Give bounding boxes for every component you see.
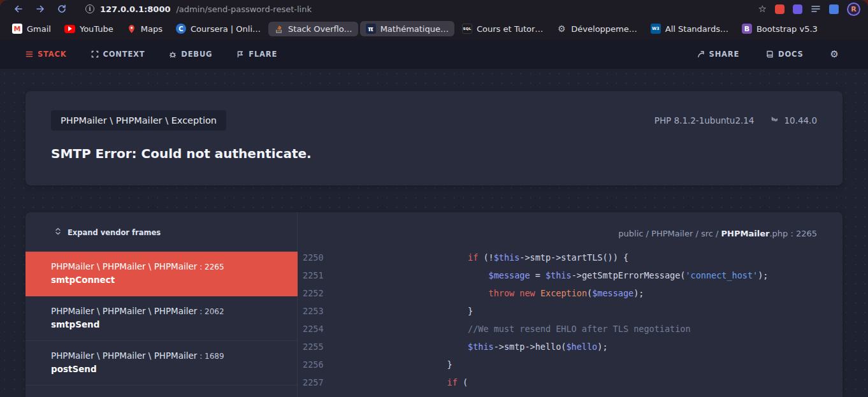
version-meta: PHP 8.1.2-1ubuntu2.14 10.44.0 xyxy=(655,115,817,126)
docs-book-icon xyxy=(766,50,774,58)
frame-location: PHPMailer \ PHPMailer \ PHPMailer : 2062 xyxy=(51,306,271,316)
flare-icon xyxy=(236,50,244,58)
split-screen-icon[interactable] xyxy=(829,4,839,14)
url-host: 127.0.0.1:8000 xyxy=(100,4,170,14)
url-path: /admin/send-password-reset-link xyxy=(176,4,311,14)
error-card: PHPMailer \ PHPMailer \ Exception PHP 8.… xyxy=(25,91,843,185)
code-line: 2252 throw new Exception($message); xyxy=(298,284,843,302)
mathematics-icon: π xyxy=(366,24,376,34)
file-breadcrumb[interactable]: public / PHPMailer / src / PHPMailer.php… xyxy=(298,212,843,249)
youtube-icon xyxy=(64,25,75,33)
line-number: 2252 xyxy=(298,284,324,302)
expand-collapse-icon xyxy=(55,227,61,237)
developer-gear-icon: ⚙ xyxy=(556,24,567,34)
bookmark-math[interactable]: πMathématique… xyxy=(360,21,454,36)
url-bar[interactable]: i 127.0.0.1:8000/admin/send-password-res… xyxy=(79,1,749,17)
refresh-button[interactable] xyxy=(57,4,67,14)
file-name: PHPMailer xyxy=(721,229,770,238)
extension-purple-icon[interactable] xyxy=(793,4,802,14)
line-number: 2256 xyxy=(298,356,324,373)
line-number: 2254 xyxy=(298,320,324,338)
settings-gear-icon[interactable]: ⚙ xyxy=(830,50,839,59)
debug-icon xyxy=(169,50,177,58)
browser-toolbar: i 127.0.0.1:8000/admin/send-password-res… xyxy=(0,0,868,18)
code-line: 2251 $message = $this->getSmtpErrorMessa… xyxy=(298,266,843,284)
bookmark-label: YouTube xyxy=(80,24,113,34)
coursera-icon: C xyxy=(176,24,186,34)
page-content: PHPMailer \ PHPMailer \ Exception PHP 8.… xyxy=(0,69,868,397)
tab-stack[interactable]: STACK xyxy=(25,50,67,59)
stack-icon xyxy=(25,50,33,58)
ignition-nav-right: SHARE DOCS ⚙ xyxy=(697,50,839,59)
bookmark-label: All Standards… xyxy=(665,24,728,34)
frame-location: PHPMailer \ PHPMailer \ PHPMailer : 2265 xyxy=(51,261,272,271)
docs-button[interactable]: DOCS xyxy=(766,50,803,59)
php-version: PHP 8.1.2-1ubuntu2.14 xyxy=(655,115,755,126)
code-line: 2255 $this->smtp->hello($hello); xyxy=(298,338,843,356)
bookmark-label: Mathématique… xyxy=(380,24,449,34)
line-number: 2250 xyxy=(298,249,324,266)
line-number: 2257 xyxy=(298,373,324,391)
bookmark-coursera[interactable]: CCoursera | Onli… xyxy=(170,21,266,36)
share-button[interactable]: SHARE xyxy=(697,50,740,59)
bookmark-label: Développeme… xyxy=(571,24,637,34)
bookmark-star-icon[interactable]: ☆ xyxy=(758,4,767,14)
line-number: 2255 xyxy=(298,338,324,356)
sql-icon: SQL xyxy=(462,24,472,34)
error-card-header: PHPMailer \ PHPMailer \ Exception PHP 8.… xyxy=(51,110,817,131)
expand-vendor-frames-button[interactable]: Expand vendor frames xyxy=(25,212,297,252)
tab-label: DEBUG xyxy=(181,50,212,59)
stack-trace-card: Expand vendor frames PHPMailer \ PHPMail… xyxy=(25,212,843,397)
expand-vendor-frames-label: Expand vendor frames xyxy=(68,228,161,237)
stack-frame-smtpSend[interactable]: PHPMailer \ PHPMailer \ PHPMailer : 2062… xyxy=(25,296,297,341)
stack-frame-postSend[interactable]: PHPMailer \ PHPMailer \ PHPMailer : 1689… xyxy=(25,341,297,386)
bookmark-maps[interactable]: Maps xyxy=(121,22,168,36)
bookmark-label: Maps xyxy=(141,24,163,34)
toolbar-right-icons: ☆ R xyxy=(758,3,860,16)
tab-debug[interactable]: DEBUG xyxy=(169,50,212,59)
tab-flare[interactable]: FLARE xyxy=(236,50,277,59)
maps-pin-icon xyxy=(127,24,136,34)
share-icon xyxy=(697,50,705,58)
stack-frame-smtpConnect[interactable]: PHPMailer \ PHPMailer \ PHPMailer : 2265… xyxy=(25,252,298,296)
extension-red-icon[interactable] xyxy=(775,4,785,14)
frame-method: postSend xyxy=(51,364,271,374)
forward-button[interactable] xyxy=(35,4,45,14)
w3-standards-icon: W3 xyxy=(651,24,661,34)
ignition-navbar: STACKCONTEXTDEBUGFLARE SHARE DOCS ⚙ xyxy=(0,40,868,69)
exception-class-badge: PHPMailer \ PHPMailer \ Exception xyxy=(51,110,226,131)
tab-context[interactable]: CONTEXT xyxy=(91,50,145,59)
frames-panel: Expand vendor frames PHPMailer \ PHPMail… xyxy=(25,212,298,397)
bookmark-sql[interactable]: SQLCours et Tutor… xyxy=(456,21,549,36)
stackoverflow-icon xyxy=(274,24,284,34)
docs-label: DOCS xyxy=(778,50,803,59)
bookmark-youtube[interactable]: YouTube xyxy=(59,22,119,36)
bookmark-label: Cours et Tutor… xyxy=(477,24,543,34)
gmail-icon: M xyxy=(12,24,22,34)
bookmark-gmail[interactable]: MGmail xyxy=(6,21,57,36)
code-line: 2257 if ( xyxy=(298,373,843,391)
back-button[interactable] xyxy=(13,4,24,14)
bootstrap-icon: B xyxy=(742,24,752,34)
site-info-icon[interactable]: i xyxy=(85,4,94,13)
frame-method: smtpSend xyxy=(51,319,271,329)
file-path: public / PHPMailer / src / xyxy=(618,229,721,238)
file-line-ref: .php : 2265 xyxy=(769,229,817,238)
line-number: 2253 xyxy=(298,302,324,320)
reading-list-icon[interactable] xyxy=(811,4,821,13)
code-panel: public / PHPMailer / src / PHPMailer.php… xyxy=(298,212,843,397)
tab-label: CONTEXT xyxy=(103,50,145,59)
laravel-version: 10.44.0 xyxy=(784,115,817,126)
share-label: SHARE xyxy=(709,50,740,59)
bookmark-label: Coursera | Onli… xyxy=(191,24,261,34)
bookmark-bootstrap[interactable]: BBootstrap v5.3 xyxy=(736,21,823,36)
code-line: 2253 } xyxy=(298,302,843,320)
error-message: SMTP Error: Could not authenticate. xyxy=(51,146,817,161)
frames-list: PHPMailer \ PHPMailer \ PHPMailer : 2265… xyxy=(25,252,297,386)
laravel-icon xyxy=(770,115,779,126)
bookmark-w3[interactable]: W3All Standards… xyxy=(645,21,734,36)
ignition-tabs: STACKCONTEXTDEBUGFLARE xyxy=(25,50,277,59)
profile-avatar[interactable]: R xyxy=(847,3,860,16)
bookmark-stackoverflow[interactable]: Stack Overflo… xyxy=(268,22,358,36)
bookmark-dev[interactable]: ⚙Développeme… xyxy=(551,21,642,36)
